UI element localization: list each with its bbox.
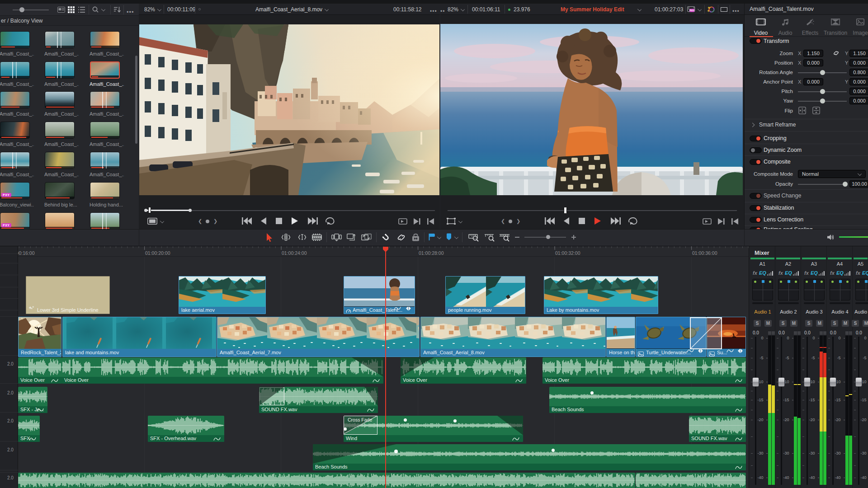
svg-text:PXY: PXY [689,9,694,12]
